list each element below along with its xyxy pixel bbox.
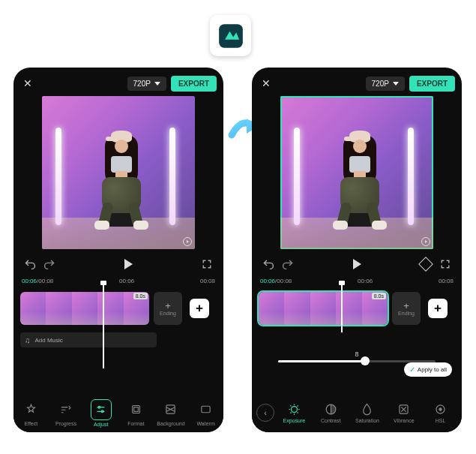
redo-button[interactable]	[281, 257, 295, 271]
clip-duration: 8.0s	[372, 293, 386, 299]
resolution-label: 720P	[372, 80, 389, 88]
resolution-selector[interactable]: 720P	[366, 77, 405, 91]
tab-watermark[interactable]: Waterm	[190, 400, 222, 426]
tab-progress[interactable]: Progress	[50, 400, 82, 426]
tab-vibrance[interactable]: Vibrance	[387, 402, 421, 423]
playhead[interactable]	[341, 283, 343, 332]
app-logo	[210, 15, 251, 56]
keyframe-button[interactable]	[419, 257, 433, 271]
clip-duration: 8.0s	[133, 293, 148, 299]
phone-before: ✕ 720P EXPORT	[13, 68, 223, 432]
resolution-label: 720P	[133, 80, 151, 88]
tab-effect[interactable]: Effect	[15, 400, 46, 426]
play-button[interactable]	[121, 257, 135, 271]
add-ending-button[interactable]: + Ending	[392, 292, 421, 325]
play-button[interactable]	[350, 257, 364, 271]
watermark-icon	[183, 237, 192, 246]
tab-format[interactable]: Format	[120, 400, 151, 426]
apply-to-all-button[interactable]: ✓ Apply to all	[404, 362, 452, 377]
watermark-icon	[421, 237, 430, 246]
video-preview[interactable]	[280, 96, 433, 249]
add-music-button[interactable]: ♫ Add Music	[20, 332, 157, 347]
phone-after: ✕ 720P EXPORT	[252, 68, 462, 432]
svg-point-11	[439, 408, 442, 410]
add-ending-button[interactable]: + Ending	[154, 292, 182, 325]
time-ruler: 00:06/00:08 00:06 00:08	[20, 278, 217, 284]
plus-icon: +	[165, 301, 171, 311]
plus-icon: +	[403, 301, 409, 311]
add-clip-button[interactable]: +	[190, 299, 209, 318]
slider-thumb[interactable]	[361, 356, 370, 365]
timeline-clip[interactable]: 8.0s	[20, 292, 149, 325]
tab-contrast[interactable]: Contrast	[314, 402, 348, 423]
slider-value: 8	[355, 350, 358, 358]
svg-rect-4	[133, 407, 138, 412]
chevron-down-icon	[393, 82, 399, 86]
music-note-icon: ♫	[25, 336, 31, 344]
tab-exposure[interactable]: Exposure	[277, 402, 311, 423]
check-icon: ✓	[409, 365, 415, 374]
timeline-clip[interactable]: 8.0s	[259, 292, 388, 325]
fullscreen-button[interactable]	[200, 257, 214, 271]
time-ruler: 00:06/00:08 00:06 00:08	[259, 278, 455, 284]
tab-adjust[interactable]: Adjust	[85, 399, 117, 427]
playhead[interactable]	[103, 283, 104, 368]
undo-button[interactable]	[23, 257, 37, 271]
svg-point-7	[291, 407, 297, 413]
tab-hsl[interactable]: HSL	[424, 402, 457, 423]
video-preview[interactable]	[42, 96, 195, 249]
tab-background[interactable]: Background	[155, 400, 187, 426]
back-button[interactable]: ‹	[256, 404, 274, 422]
export-button[interactable]: EXPORT	[171, 76, 217, 92]
close-button[interactable]: ✕	[259, 76, 274, 91]
resolution-selector[interactable]: 720P	[127, 77, 166, 91]
export-button[interactable]: EXPORT	[409, 76, 455, 92]
chevron-down-icon	[154, 82, 160, 86]
fullscreen-button[interactable]	[439, 257, 452, 271]
add-clip-button[interactable]: +	[428, 299, 448, 318]
undo-button[interactable]	[262, 257, 275, 271]
redo-button[interactable]	[43, 257, 56, 271]
svg-rect-3	[132, 406, 139, 413]
tab-saturation[interactable]: Saturation	[351, 402, 385, 423]
svg-rect-6	[202, 406, 210, 413]
close-button[interactable]: ✕	[20, 76, 35, 91]
